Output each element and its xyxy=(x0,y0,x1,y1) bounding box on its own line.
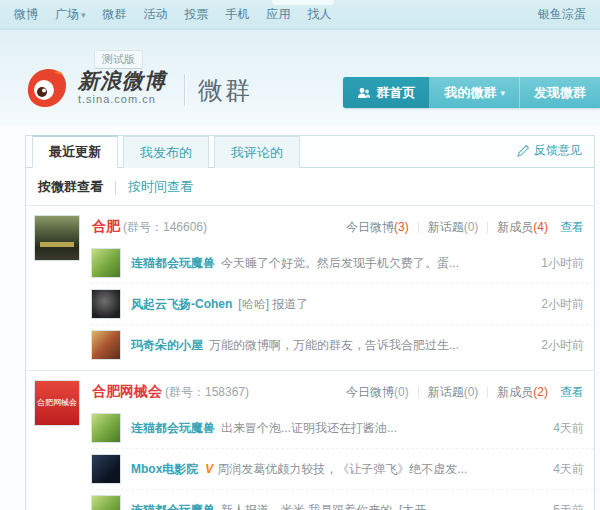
brand-name: 新浪微博 xyxy=(78,70,166,91)
message-row: 连猫都会玩魔兽今天睡了个好觉。然后发现手机欠费了。蛋... 1小时前 xyxy=(91,243,594,283)
message-content: 万能的微博啊，万能的群友，告诉我合肥过生... xyxy=(209,338,459,352)
nav-group-home-label: 群首页 xyxy=(376,84,415,102)
topbar-link-plaza[interactable]: 广场▾ xyxy=(55,6,86,23)
topbar-link-apps[interactable]: 应用 xyxy=(267,6,291,23)
group-id: (群号：158367) xyxy=(165,384,249,401)
group-stats: 今日微博(3) 新话题(0) 新成员(4) 查看 xyxy=(346,219,584,236)
message-list: 连猫都会玩魔兽今天睡了个好觉。然后发现手机欠费了。蛋... 1小时前 风起云飞扬… xyxy=(91,243,594,365)
page-header: 测试版 新浪微博 t.sina.com.cn 微群 群首页 我的微群 ▾ 发现微… xyxy=(0,30,600,126)
group-id: (群号：146606) xyxy=(123,219,207,236)
beta-badge: 测试版 xyxy=(94,50,143,69)
message-content: 今天睡了个好觉。然后发现手机欠费了。蛋... xyxy=(221,256,459,270)
message-text: 风起云飞扬-Cohen[哈哈] 报道了 xyxy=(131,296,531,313)
stat-members-count: (4) xyxy=(533,220,548,234)
message-text: 连猫都会玩魔兽新人报道。米米.我是跟着你来的..[太开... xyxy=(131,502,543,510)
topbar-link-vote[interactable]: 投票 xyxy=(185,6,209,23)
product-title: 微群 xyxy=(198,74,252,107)
filter-divider xyxy=(115,181,116,194)
brand-domain: t.sina.com.cn xyxy=(78,94,166,105)
tab-recent-updates[interactable]: 最近更新 xyxy=(32,135,118,168)
filterbar: 按微群查看 按时间查看 xyxy=(26,168,594,206)
timestamp: 5天前 xyxy=(553,502,584,510)
group-header: 合肥网械会 (群号：158367) 今日微博(0) 新话题(0) 新成员(2) … xyxy=(92,377,594,408)
timestamp: 2小时前 xyxy=(541,337,584,354)
nav-discover-groups[interactable]: 发现微群 xyxy=(520,77,600,108)
filter-by-group[interactable]: 按微群查看 xyxy=(38,178,103,196)
message-row: Mbox电影院V周润发葛优颇力较技，《让子弹飞》绝不虚发... 4天前 xyxy=(91,448,594,489)
message-text: 连猫都会玩魔兽今天睡了个好觉。然后发现手机欠费了。蛋... xyxy=(131,255,531,272)
message-row: 连猫都会玩魔兽新人报道。米米.我是跟着你来的..[太开... 5天前 xyxy=(91,489,594,510)
brand-divider xyxy=(184,74,185,106)
topbar-link-find-people[interactable]: 找人 xyxy=(308,6,332,23)
username-link[interactable]: Mbox电影院 xyxy=(131,462,198,476)
avatar[interactable] xyxy=(91,330,121,360)
stat-today-label: 今日微博 xyxy=(346,219,394,236)
avatar[interactable] xyxy=(91,495,121,510)
topbar-username[interactable]: 银鱼淙蛋 xyxy=(538,6,586,23)
stat-members-count: (2) xyxy=(533,385,548,399)
group-section: 合肥网械会 合肥网械会 (群号：158367) 今日微博(0) 新话题(0) 新… xyxy=(26,370,594,510)
nav-group-home[interactable]: 群首页 xyxy=(343,77,430,108)
nav-my-groups[interactable]: 我的微群 ▾ xyxy=(430,77,520,108)
username-link[interactable]: 连猫都会玩魔兽 xyxy=(131,421,215,435)
group-view-link[interactable]: 查看 xyxy=(560,219,584,236)
message-row: 风起云飞扬-Cohen[哈哈] 报道了 2小时前 xyxy=(91,283,594,324)
message-text: 玛奇朵的小屋万能的微博啊，万能的群友，告诉我合肥过生... xyxy=(131,337,531,354)
message-text: Mbox电影院V周润发葛优颇力较技，《让子弹飞》绝不虚发... xyxy=(131,461,543,478)
avatar[interactable] xyxy=(91,413,121,443)
stat-today-count: (3) xyxy=(394,220,409,234)
username-link[interactable]: 连猫都会玩魔兽 xyxy=(131,256,215,270)
group-name-link[interactable]: 合肥网械会 xyxy=(92,383,162,401)
chevron-down-icon: ▾ xyxy=(500,88,505,98)
feedback-pencil-icon xyxy=(517,144,530,157)
topbar-link-weibo[interactable]: 微博 xyxy=(14,6,38,23)
group-stats: 今日微博(0) 新话题(0) 新成员(2) 查看 xyxy=(346,384,584,401)
group-avatar[interactable]: 合肥网械会 xyxy=(34,380,80,426)
group-view-link[interactable]: 查看 xyxy=(560,384,584,401)
group-nav: 群首页 我的微群 ▾ 发现微群 xyxy=(343,77,600,108)
tab-my-posts[interactable]: 我发布的 xyxy=(123,136,209,168)
topbar-link-activities[interactable]: 活动 xyxy=(144,6,168,23)
username-link[interactable]: 连猫都会玩魔兽 xyxy=(131,503,215,510)
brand-block: 新浪微博 t.sina.com.cn xyxy=(78,70,166,105)
stat-divider xyxy=(487,222,488,233)
topbar-link-weiqun[interactable]: 微群 xyxy=(103,6,127,23)
avatar[interactable] xyxy=(91,289,121,319)
stat-divider xyxy=(418,222,419,233)
verified-badge-icon: V xyxy=(205,462,213,476)
group-header: 合肥 (群号：146606) 今日微博(3) 新话题(0) 新成员(4) 查看 xyxy=(92,212,594,243)
group-home-icon xyxy=(357,87,371,99)
topbar-link-mobile[interactable]: 手机 xyxy=(226,6,250,23)
group-name-link[interactable]: 合肥 xyxy=(92,218,120,236)
username-link[interactable]: 风起云飞扬-Cohen xyxy=(131,297,232,311)
stat-topics-count: (0) xyxy=(464,220,479,234)
stat-topics-count: (0) xyxy=(464,385,479,399)
timestamp: 4天前 xyxy=(553,420,584,437)
filter-by-time[interactable]: 按时间查看 xyxy=(128,178,193,196)
avatar[interactable] xyxy=(91,454,121,484)
stat-divider xyxy=(418,387,419,398)
message-text: 连猫都会玩魔兽出来冒个泡...证明我还在打酱油... xyxy=(131,420,543,437)
stat-members-label: 新成员 xyxy=(497,219,533,236)
tab-my-comments[interactable]: 我评论的 xyxy=(214,136,300,168)
username-link[interactable]: 玛奇朵的小屋 xyxy=(131,338,203,352)
message-row: 玛奇朵的小屋万能的微博啊，万能的群友，告诉我合肥过生... 2小时前 xyxy=(91,324,594,365)
sina-eye-icon xyxy=(24,66,70,112)
nav-my-groups-label: 我的微群 xyxy=(444,84,496,102)
group-avatar[interactable] xyxy=(34,215,80,261)
tabstrip: 最近更新 我发布的 我评论的 反馈意见 xyxy=(26,136,594,168)
stat-topics-label: 新话题 xyxy=(428,219,464,236)
message-list: 连猫都会玩魔兽出来冒个泡...证明我还在打酱油... 4天前 Mbox电影院V周… xyxy=(91,408,594,510)
chevron-down-icon: ▾ xyxy=(81,10,86,20)
avatar[interactable] xyxy=(91,248,121,278)
sina-weibo-logo[interactable] xyxy=(24,66,70,112)
timestamp: 1小时前 xyxy=(541,255,584,272)
feedback-label: 反馈意见 xyxy=(534,142,582,159)
feedback-link[interactable]: 反馈意见 xyxy=(517,142,582,167)
message-content: 新人报道。米米.我是跟着你来的..[太开... xyxy=(221,503,436,510)
stat-today-count: (0) xyxy=(394,385,409,399)
top-notch xyxy=(272,0,334,5)
message-content: [哈哈] 报道了 xyxy=(238,297,308,311)
stat-topics-label: 新话题 xyxy=(428,384,464,401)
stat-divider xyxy=(487,387,488,398)
